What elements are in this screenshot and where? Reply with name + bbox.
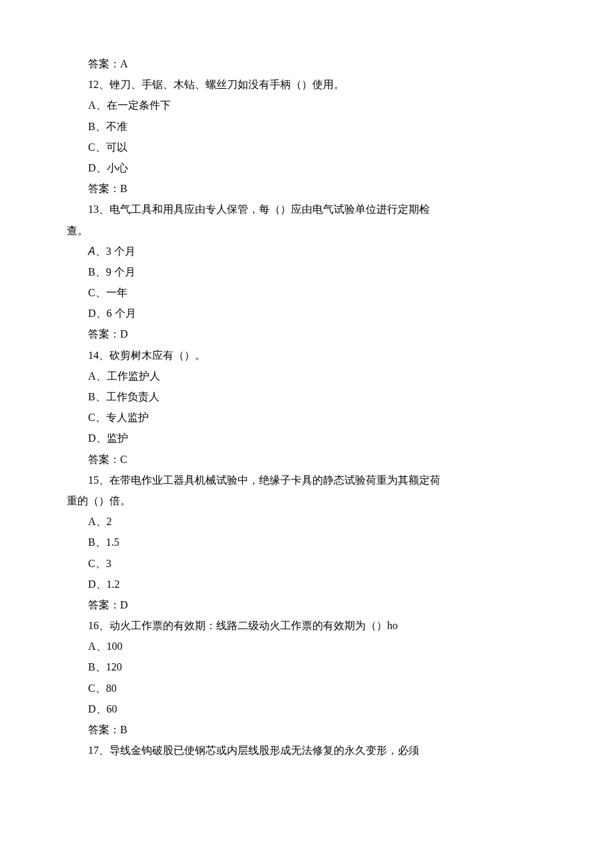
- question-text: 13、电气工具和用具应由专人保管，每（）应由电气试验单位进行定期检: [67, 199, 547, 220]
- question-text: 17、导线金钩破股已使钢芯或内层线股形成无法修复的永久变形，必须: [67, 740, 547, 761]
- option-a: A、100: [67, 636, 547, 657]
- answer-line: 答案：D: [67, 324, 547, 344]
- answer-line: 答案：B: [67, 178, 547, 199]
- question-text-cont: 查。: [67, 220, 547, 241]
- option-b: B、1.5: [67, 532, 547, 552]
- question-text: 15、在带电作业工器具机械试验中，绝缘子卡具的静态试验荷重为其额定荷: [67, 470, 547, 490]
- option-d: D、6 个月: [67, 303, 547, 324]
- option-c: C、一年: [67, 282, 547, 303]
- option-d: D、60: [67, 699, 547, 719]
- answer-line: 答案：C: [67, 449, 547, 470]
- option-a-text: 、3 个月: [95, 246, 135, 257]
- answer-line: 答案：B: [67, 719, 547, 740]
- option-d: D、1.2: [67, 574, 547, 594]
- answer-line: 答案：D: [67, 594, 547, 615]
- option-c: C、可以: [67, 137, 547, 157]
- option-c: C、80: [67, 678, 547, 699]
- option-d: D、小心: [67, 157, 547, 178]
- question-text: 14、砍剪树木应有（）。: [67, 345, 547, 366]
- option-b: B、9 个月: [67, 262, 547, 282]
- option-a: A、2: [67, 511, 547, 532]
- option-b: B、不准: [67, 116, 547, 137]
- question-text: 12、锉刀、手锯、木钻、螺丝刀如没有手柄（）使用。: [67, 74, 547, 95]
- option-a: A、3 个月: [67, 241, 547, 262]
- option-a: A、在一定条件下: [67, 95, 547, 115]
- option-c: C、专人监护: [67, 407, 547, 428]
- option-d: D、监护: [67, 428, 547, 448]
- option-b: B、120: [67, 657, 547, 677]
- option-b: B、工作负责人: [67, 386, 547, 407]
- option-a: A、工作监护人: [67, 366, 547, 386]
- page: 答案：A 12、锉刀、手锯、木钻、螺丝刀如没有手柄（）使用。 A、在一定条件下 …: [0, 0, 614, 868]
- italic-a-letter: A: [88, 246, 95, 257]
- option-c: C、3: [67, 553, 547, 574]
- question-text-cont: 重的（）倍。: [67, 490, 547, 511]
- question-text: 16、动火工作票的有效期：线路二级动火工作票的有效期为（）ho: [67, 615, 547, 636]
- answer-line: 答案：A: [67, 53, 547, 74]
